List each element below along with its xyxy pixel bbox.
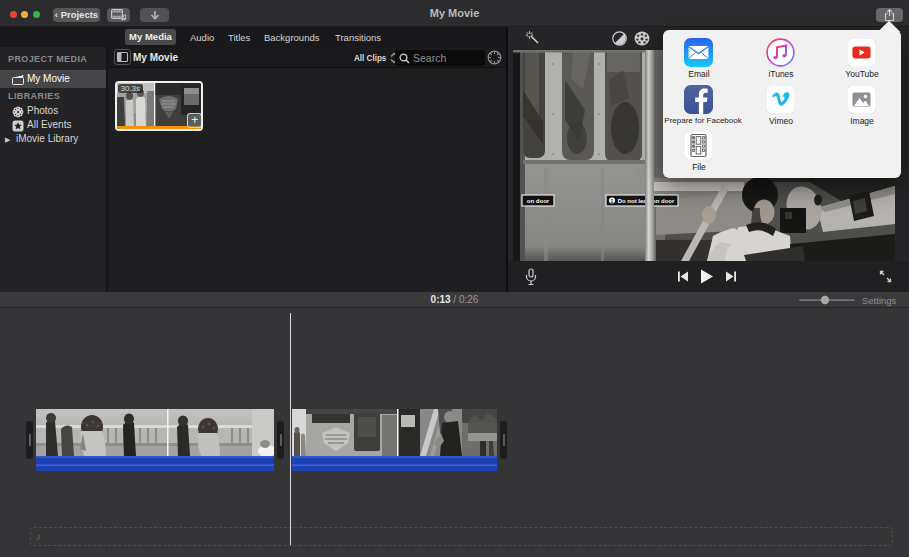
svg-text:on door: on door — [527, 198, 550, 204]
svg-text:1: 1 — [611, 198, 614, 204]
